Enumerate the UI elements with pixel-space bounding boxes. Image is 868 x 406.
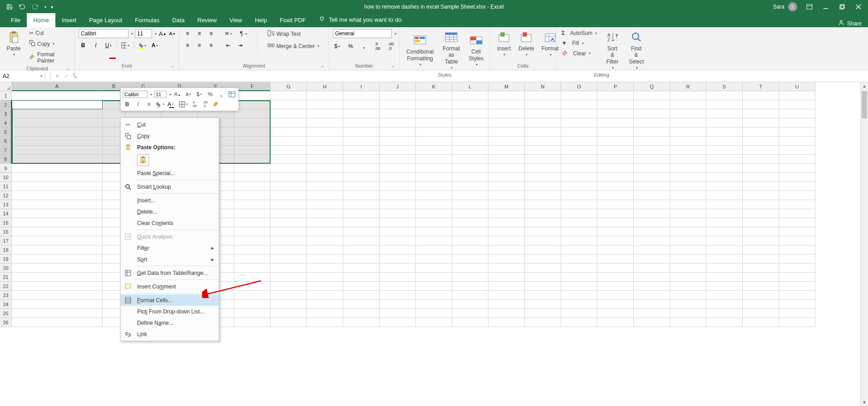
cell[interactable] — [452, 155, 488, 164]
format-as-table-button[interactable]: Format as Table▾ — [439, 29, 464, 71]
cell[interactable] — [634, 91, 670, 100]
row-header[interactable]: 8 — [0, 155, 12, 164]
cell[interactable] — [634, 227, 670, 236]
minimize-icon[interactable] — [822, 3, 830, 11]
fill-color-button[interactable]: ▾ — [138, 41, 147, 50]
dialog-launcher-icon[interactable]: ⌐ — [392, 64, 395, 69]
cell[interactable] — [343, 264, 380, 273]
cell[interactable] — [525, 164, 561, 173]
cell[interactable] — [634, 146, 670, 155]
cell[interactable] — [488, 273, 525, 282]
align-center-icon[interactable]: ≡ — [195, 41, 204, 50]
cell[interactable] — [452, 318, 488, 327]
cell[interactable] — [452, 164, 488, 173]
tab-help[interactable]: Help — [248, 13, 273, 27]
cell[interactable] — [634, 127, 670, 137]
cell[interactable] — [743, 164, 779, 173]
cell[interactable] — [561, 282, 597, 291]
mini-decrease-font-icon[interactable]: A▼ — [184, 90, 193, 99]
cell[interactable] — [271, 264, 307, 273]
number-format-input[interactable] — [333, 29, 392, 38]
cell[interactable] — [525, 118, 561, 127]
cell[interactable] — [488, 137, 525, 146]
cell[interactable] — [561, 173, 597, 182]
cell[interactable] — [380, 155, 416, 164]
cell[interactable] — [343, 191, 380, 200]
cell[interactable] — [380, 100, 416, 109]
cell[interactable] — [271, 245, 307, 254]
cell[interactable] — [452, 173, 488, 182]
cell[interactable] — [706, 282, 743, 291]
cell[interactable] — [271, 200, 307, 209]
cell[interactable] — [561, 264, 597, 273]
cell[interactable] — [343, 127, 380, 137]
cell[interactable] — [561, 218, 597, 227]
row-header[interactable]: 18 — [0, 245, 12, 254]
cell[interactable] — [452, 236, 488, 245]
cell[interactable] — [234, 173, 271, 182]
row-header[interactable]: 26 — [0, 318, 12, 327]
cell[interactable] — [343, 146, 380, 155]
cell[interactable] — [561, 291, 597, 300]
cell[interactable] — [634, 218, 670, 227]
cell[interactable] — [271, 109, 307, 118]
cell[interactable] — [670, 245, 706, 254]
cell[interactable] — [743, 209, 779, 218]
italic-button[interactable]: I — [91, 41, 100, 50]
cell[interactable] — [343, 164, 380, 173]
cell[interactable] — [525, 318, 561, 327]
cell[interactable] — [416, 155, 452, 164]
cell[interactable] — [779, 164, 815, 173]
cell[interactable] — [597, 91, 634, 100]
cell[interactable] — [416, 100, 452, 109]
row-header[interactable]: 13 — [0, 200, 12, 209]
cell[interactable] — [12, 100, 103, 109]
cell[interactable] — [634, 118, 670, 127]
mini-italic-icon[interactable]: I — [133, 100, 143, 109]
cell[interactable] — [307, 218, 343, 227]
cell[interactable] — [488, 118, 525, 127]
cell[interactable] — [706, 91, 743, 100]
tab-home[interactable]: Home — [27, 13, 55, 27]
align-left-icon[interactable]: ≡ — [183, 41, 192, 50]
row-header[interactable]: 6 — [0, 137, 12, 146]
cell[interactable] — [343, 118, 380, 127]
cell[interactable] — [743, 218, 779, 227]
align-middle-icon[interactable]: ≡ — [195, 29, 204, 38]
menu-delete[interactable]: Delete... — [121, 206, 219, 217]
column-header[interactable]: O — [561, 82, 597, 91]
cell[interactable] — [743, 245, 779, 254]
autosum-button[interactable]: Σ AutoSum▾ — [560, 29, 599, 37]
cell[interactable] — [452, 291, 488, 300]
cell[interactable] — [307, 291, 343, 300]
cell[interactable] — [307, 254, 343, 264]
cell[interactable] — [234, 309, 271, 318]
cell[interactable] — [670, 191, 706, 200]
find-select-button[interactable]: Find & Select▾ — [626, 29, 646, 71]
row-header[interactable]: 7 — [0, 146, 12, 155]
decrease-decimal-icon[interactable]: .00.0 — [386, 42, 395, 51]
scroll-up-icon[interactable]: ▲ — [861, 82, 868, 90]
cell[interactable] — [12, 218, 103, 227]
cell[interactable] — [234, 100, 271, 109]
cell[interactable] — [488, 127, 525, 137]
mini-increase-decimal-icon[interactable]: .0.00 — [190, 100, 199, 109]
cell[interactable] — [271, 164, 307, 173]
column-header[interactable]: F — [234, 82, 271, 91]
cell[interactable] — [525, 254, 561, 264]
cell[interactable] — [779, 264, 815, 273]
cell[interactable] — [706, 173, 743, 182]
mini-font-name-input[interactable] — [123, 91, 148, 98]
cell[interactable] — [452, 245, 488, 254]
menu-filter[interactable]: Filter▶ — [121, 242, 219, 254]
cell[interactable] — [12, 264, 103, 273]
cell[interactable] — [380, 182, 416, 191]
cell[interactable] — [743, 291, 779, 300]
cell[interactable] — [634, 100, 670, 109]
cell[interactable] — [779, 300, 815, 309]
cell[interactable] — [670, 254, 706, 264]
cell[interactable] — [561, 318, 597, 327]
redo-icon[interactable] — [31, 3, 39, 11]
cell[interactable] — [525, 264, 561, 273]
cell[interactable] — [12, 254, 103, 264]
